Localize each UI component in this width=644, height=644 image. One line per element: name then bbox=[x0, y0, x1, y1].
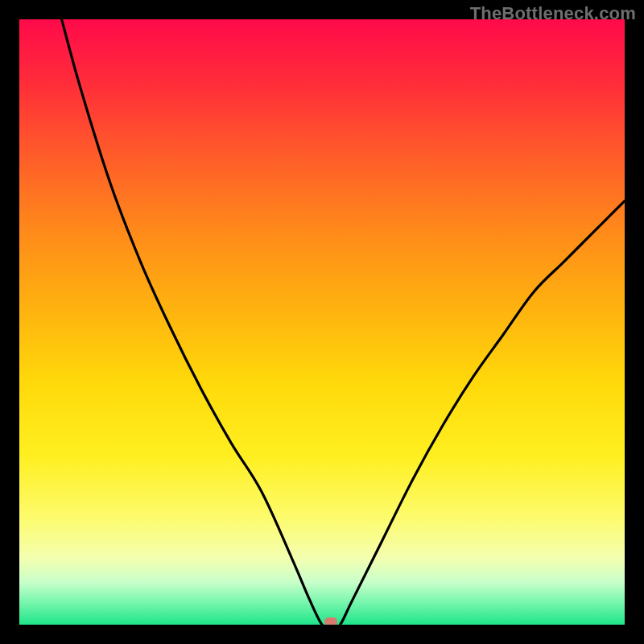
curve-svg bbox=[19, 19, 625, 625]
chart-stage: TheBottleneck.com bbox=[0, 0, 644, 644]
curve-path bbox=[62, 19, 625, 625]
min-marker bbox=[324, 617, 337, 625]
plot-area bbox=[19, 19, 625, 625]
